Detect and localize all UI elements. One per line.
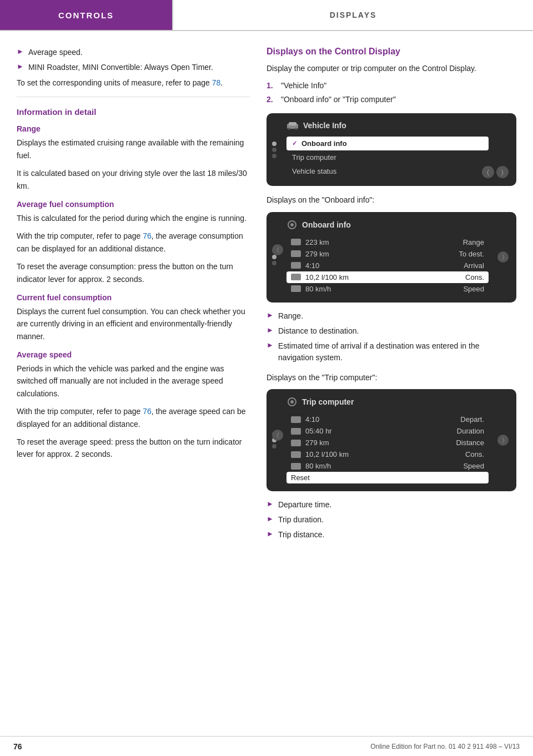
- screen1-title: Vehicle Info: [303, 121, 346, 130]
- controls-label: CONTROLS: [58, 11, 114, 20]
- screen2-title-bar: Onboard info: [286, 220, 489, 230]
- trip-bullet-1: ► Departure time.: [266, 499, 516, 511]
- avg-fuel-link[interactable]: 76: [143, 231, 152, 240]
- distance-label: Distance: [456, 439, 484, 447]
- range-label: Range: [463, 238, 484, 246]
- current-fuel-title: Current fuel consumption: [17, 293, 250, 302]
- onboard-bullet-2: ► Distance to destination.: [266, 325, 516, 337]
- trip-row-duration: 05:40 hr Duration: [286, 425, 489, 437]
- bullet-arrow-icon: ►: [17, 47, 24, 56]
- screen1-nav-arrows: 〈 〉: [482, 166, 509, 178]
- screen1-item-onboard-label: Onboard info: [301, 139, 347, 148]
- numbered-list: 1. "Vehicle Info" 2. "Onboard info" or "…: [266, 80, 516, 105]
- speed-label: Speed: [463, 285, 484, 293]
- set-units-link[interactable]: 78: [212, 78, 221, 87]
- trip-bullet-2-text: Trip duration.: [278, 514, 324, 526]
- check-icon: ✓: [292, 140, 297, 147]
- row-left: 4:10: [291, 261, 319, 270]
- trip-bullet-3-text: Trip distance.: [278, 529, 325, 541]
- row-left: 279 km: [291, 250, 329, 258]
- scroll-control-left: [272, 142, 276, 158]
- avg-speed-title: Average speed: [17, 350, 250, 359]
- online-edition-text: Online Edition for Part no. 01 40 2 911 …: [370, 743, 520, 750]
- consumption-icon: [291, 274, 301, 280]
- avg-speed-link[interactable]: 76: [143, 407, 152, 416]
- trip-bullets: ► Departure time. ► Trip duration. ► Tri…: [266, 499, 516, 541]
- row-left: 10,2 l/100 km: [291, 450, 349, 458]
- onboard-row-arrival: 4:10 Arrival: [286, 260, 489, 271]
- numbered-item-2: 2. "Onboard info" or "Trip computer": [266, 94, 516, 105]
- depart-label: Depart.: [460, 415, 484, 424]
- displays-label: DISPLAYS: [330, 11, 377, 19]
- onboard-bullet-1-text: Range.: [278, 310, 303, 322]
- displays-intro: Display the computer or trip computer on…: [266, 62, 516, 74]
- svg-point-2: [288, 128, 290, 130]
- page-number: 76: [13, 742, 22, 751]
- onboard-row-cons: 10,2 l/100 km Cons.: [286, 271, 489, 283]
- avg-speed-para2-pre: With the trip computer, refer to page: [17, 407, 143, 416]
- scroll-dot-active: [272, 142, 276, 146]
- row-left: Reset: [291, 473, 310, 482]
- depart-value: 4:10: [305, 415, 319, 424]
- set-units-para: To set the corresponding units of measur…: [17, 77, 250, 89]
- onboard-displays-label: Displays on the "Onboard info":: [266, 194, 516, 206]
- row-left: 279 km: [291, 439, 329, 447]
- avg-fuel-para1: This is calculated for the period during…: [17, 212, 250, 224]
- scroll-dot: [272, 148, 276, 152]
- bullet-arrow-icon-7: ►: [266, 515, 274, 523]
- svg-point-5: [290, 223, 294, 226]
- page-header: CONTROLS DISPLAYS: [0, 0, 533, 31]
- range-value: 223 km: [305, 238, 329, 246]
- numbered-item-2-text: "Onboard info" or "Trip computer": [281, 94, 396, 105]
- avg-speed-para1: Periods in which the vehicle was parked …: [17, 362, 250, 400]
- onboard-row-speed: 80 km/h Speed: [286, 283, 489, 295]
- screen1-title-bar: Vehicle Info: [286, 121, 489, 130]
- cons-value: 10,2 l/100 km: [305, 273, 349, 281]
- todest-label: To dest.: [459, 250, 484, 258]
- trip-row-cons: 10,2 l/100 km Cons.: [286, 448, 489, 460]
- trip-speed-value: 80 km/h: [305, 462, 331, 470]
- trip-speed-label: Speed: [463, 462, 484, 470]
- left-column: ► Average speed. ► MINI Roadster, MINI C…: [17, 47, 250, 548]
- bullet-arrow-icon-4: ►: [266, 326, 274, 334]
- scroll-dot: [272, 154, 276, 158]
- row-left: 05:40 hr: [291, 427, 332, 435]
- onboard-bullet-3-text: Estimated time of arrival if a destinati…: [278, 340, 516, 364]
- trip-cons-value: 10,2 l/100 km: [305, 450, 349, 458]
- speed-icon-3: [291, 463, 301, 470]
- numbered-item-1: 1. "Vehicle Info": [266, 80, 516, 92]
- row-left: 80 km/h: [291, 285, 331, 293]
- screen3-title: Trip computer: [302, 397, 354, 406]
- onboard-bullets: ► Range. ► Distance to destination. ► Es…: [266, 310, 516, 364]
- car-icon: [286, 121, 299, 130]
- arrival-value: 4:10: [305, 261, 319, 270]
- settings-icon-2: [286, 397, 298, 407]
- trip-row-distance: 279 km Distance: [286, 437, 489, 448]
- consumption-icon-3: [291, 451, 301, 458]
- scroll-dot: [272, 444, 276, 448]
- row-left: 223 km: [291, 238, 329, 246]
- distance-value: 279 km: [305, 439, 329, 447]
- screen1-item-trip: Trip computer: [286, 150, 489, 164]
- vehicle-info-screen: Vehicle Info ✓ Onboard info Trip compute…: [266, 113, 516, 186]
- set-units-text: To set the corresponding units of measur…: [17, 78, 212, 87]
- clock-icon-3: [291, 416, 301, 423]
- main-content: ► Average speed. ► MINI Roadster, MINI C…: [0, 31, 533, 571]
- arrival-label: Arrival: [464, 261, 484, 270]
- speed-icon: [291, 285, 301, 292]
- trip-bullet-2: ► Trip duration.: [266, 514, 516, 526]
- range-para2: It is calculated based on your driving s…: [17, 167, 250, 192]
- avg-speed-para3: To reset the average speed: press the bu…: [17, 436, 250, 461]
- screen1-item-vehicle-status: Vehicle status: [286, 164, 489, 178]
- onboard-info-screen: Onboard info 〈 223 km Range: [266, 212, 516, 303]
- duration-icon: [291, 428, 301, 435]
- bullet-arrow-icon-8: ►: [266, 530, 274, 538]
- displays-tab: DISPLAYS: [172, 0, 533, 30]
- cons-label: Cons.: [465, 273, 484, 281]
- range-para1: Displays the estimated cruising range av…: [17, 137, 250, 162]
- onboard-bullet-1: ► Range.: [266, 310, 516, 322]
- svg-rect-1: [289, 122, 296, 125]
- distance-icon: [291, 440, 301, 446]
- bullet-arrow-icon-3: ►: [266, 311, 274, 319]
- avg-fuel-para2: With the trip computer, refer to page 76…: [17, 230, 250, 255]
